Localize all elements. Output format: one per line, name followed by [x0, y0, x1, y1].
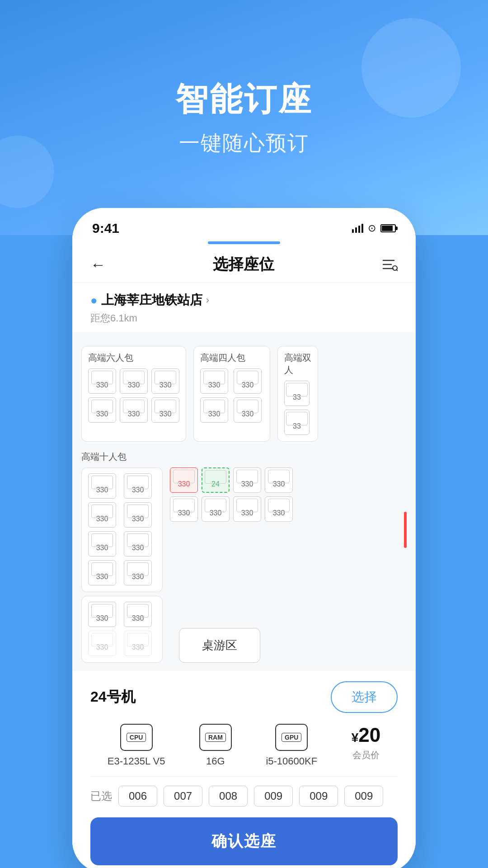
- seat-grid-bottom: 330 330 330 330: [88, 602, 156, 656]
- gpu-spec: GPU i5-10600KF: [266, 724, 317, 767]
- seat-item[interactable]: 330: [88, 368, 116, 394]
- location-name: 上海莘庄地铁站店: [101, 292, 202, 309]
- confirm-button[interactable]: 确认选座: [90, 817, 398, 865]
- seat-grid-four: 330 330 330 330: [200, 368, 263, 423]
- machine-info-row: 24号机 选择: [90, 681, 398, 713]
- seat-item[interactable]: 330: [88, 602, 116, 627]
- seat-item[interactable]: 330: [151, 397, 179, 423]
- ten-pack-section: 高端十人包 330 330 330 330 330 330 330 330: [72, 446, 416, 670]
- gpu-icon-label: GPU: [282, 733, 301, 742]
- seat-item[interactable]: 330: [88, 502, 116, 528]
- price-box: ¥20 会员价: [352, 724, 381, 761]
- location-pin-icon: ●: [90, 293, 98, 307]
- selected-seats-row: 已选 006 007 008 009 009 009: [90, 777, 398, 814]
- seat-selected[interactable]: 24: [202, 467, 230, 493]
- seat-item[interactable]: 330: [234, 368, 262, 394]
- hero-subtitle: 一键随心预订: [179, 129, 309, 157]
- room-six-pack: 高端六人包 330 330 330 330 330 330: [81, 346, 186, 442]
- red-edge-indicator: [404, 512, 407, 548]
- seat-item[interactable]: 330: [151, 368, 179, 394]
- phone-mockup: 9:41 ⊙ ← 选择座位: [72, 208, 416, 868]
- ten-pack-label: 高端十人包: [81, 451, 407, 463]
- cpu-spec: CPU E3-1235L V5: [108, 724, 165, 767]
- seat-grid-six: 330 330 330 330 330 330: [88, 368, 179, 423]
- specs-row: CPU E3-1235L V5 RAM 16G GPU i5-10600KF: [90, 724, 398, 777]
- hero-section: 智能订座 一键随心预订: [0, 0, 488, 235]
- seat-item[interactable]: 330: [88, 473, 116, 499]
- status-bar: 9:41 ⊙: [72, 208, 416, 241]
- seat-item[interactable]: 330: [124, 631, 152, 656]
- gpu-value: i5-10600KF: [266, 755, 317, 767]
- hero-title: 智能订座: [175, 78, 313, 121]
- ram-value: 16G: [206, 755, 225, 767]
- seat-item[interactable]: 330: [88, 631, 116, 656]
- notch-line: [208, 241, 280, 244]
- wifi-icon: ⊙: [368, 222, 376, 234]
- selected-seat-tag[interactable]: 006: [118, 786, 157, 807]
- ten-pack-inner: 330 330 330 330 330 330 330 330: [81, 467, 407, 592]
- status-icons: ⊙: [352, 222, 396, 234]
- select-button[interactable]: 选择: [331, 681, 398, 713]
- battery-icon: [380, 224, 396, 232]
- svg-line-4: [397, 270, 398, 271]
- room-six-label: 高端六人包: [88, 352, 179, 364]
- signal-icon: [352, 224, 363, 233]
- seat-item[interactable]: 330: [233, 467, 261, 493]
- seat-item[interactable]: 330: [124, 531, 152, 557]
- cpu-icon: CPU: [120, 724, 153, 751]
- seat-item[interactable]: 330: [120, 397, 148, 423]
- room-four-label: 高端四人包: [200, 352, 263, 364]
- price-label: 会员价: [352, 749, 380, 761]
- seat-item[interactable]: 330: [88, 531, 116, 557]
- seat-item[interactable]: 330: [233, 496, 261, 522]
- selected-seat-tag[interactable]: 007: [164, 786, 202, 807]
- cpu-icon-label: CPU: [127, 733, 146, 742]
- gpu-icon: GPU: [275, 724, 308, 751]
- nav-title: 选择座位: [213, 254, 274, 275]
- seat-item[interactable]: 330: [170, 496, 198, 522]
- seat-item[interactable]: 330: [88, 397, 116, 423]
- ten-pack-left: 330 330 330 330 330 330 330 330: [81, 467, 163, 592]
- machine-name: 24号机: [90, 687, 136, 707]
- ram-icon-label: RAM: [205, 733, 226, 742]
- seat-grid-left: 330 330 330 330 330 330 330 330: [88, 473, 156, 585]
- nav-bar: ← 选择座位: [72, 250, 416, 283]
- seat-item[interactable]: 330: [124, 473, 152, 499]
- deco-circle1: [361, 18, 461, 118]
- seat-item[interactable]: 330: [124, 560, 152, 585]
- seat-item[interactable]: 330: [265, 467, 293, 493]
- seat-occupied[interactable]: 330: [170, 467, 198, 493]
- location-bar[interactable]: ● 上海莘庄地铁站店 ›: [72, 283, 416, 311]
- room-double-label: 高端双人: [284, 352, 311, 376]
- bottom-area: 330 330 330 330 桌游区: [81, 596, 407, 663]
- menu-search-icon[interactable]: [381, 256, 398, 273]
- deco-circle2: [0, 136, 54, 208]
- cpu-value: E3-1235L V5: [108, 755, 165, 767]
- seat-item[interactable]: 330: [120, 368, 148, 394]
- selected-seat-tag[interactable]: 008: [209, 786, 248, 807]
- selected-seat-tag[interactable]: 009: [299, 786, 338, 807]
- seat-item[interactable]: 330: [124, 502, 152, 528]
- seat-item[interactable]: 33: [284, 381, 310, 406]
- room-double-pack: 高端双人 33 33: [277, 346, 318, 442]
- ram-icon: RAM: [199, 724, 232, 751]
- seat-item[interactable]: 330: [200, 368, 228, 394]
- seat-item[interactable]: 330: [265, 496, 293, 522]
- status-time: 9:41: [92, 221, 119, 236]
- phone-wrapper: 9:41 ⊙ ← 选择座位: [0, 208, 488, 868]
- ten-pack-right: 330 24 330 330 330 330 330: [170, 467, 397, 592]
- price-value: ¥20: [352, 724, 381, 746]
- back-button[interactable]: ←: [90, 256, 106, 274]
- ram-spec: RAM 16G: [199, 724, 232, 767]
- ten-pack-bottom-left: 330 330 330 330: [81, 596, 163, 663]
- location-arrow-icon: ›: [206, 294, 209, 306]
- seat-item[interactable]: 330: [234, 397, 262, 423]
- selected-seat-tag[interactable]: 009: [344, 786, 383, 807]
- seat-item[interactable]: 330: [202, 496, 230, 522]
- seat-item[interactable]: 33: [284, 410, 310, 435]
- seat-item[interactable]: 330: [124, 602, 152, 627]
- seat-item[interactable]: 330: [200, 397, 228, 423]
- selected-seat-tag[interactable]: 009: [254, 786, 293, 807]
- seat-item[interactable]: 330: [88, 560, 116, 585]
- seat-map-container: 高端六人包 330 330 330 330 330 330 高端四人包 330: [72, 332, 416, 670]
